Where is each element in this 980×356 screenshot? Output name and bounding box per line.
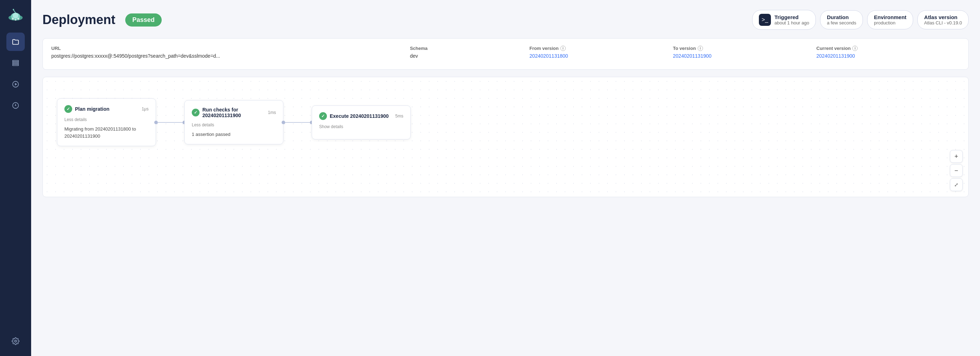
status-badge: Passed [125,13,162,27]
info-table-header: URL postgres://postgres:xxxxx@:54950/pos… [51,46,960,59]
step-toggle-checks[interactable]: Less details [192,122,276,127]
from-version-info-icon[interactable]: i [560,46,566,51]
svg-point-18 [282,121,285,124]
svg-point-3 [12,18,14,20]
svg-rect-9 [13,62,19,64]
flow-inner: ✓ Plan migration 1μs Less details Migrat… [43,77,968,160]
step-node-checks-title: ✓ Run checks for 20240201131900 [192,107,241,118]
step-node-execute: ✓ Execute 20240201131900 5ms Show detail… [312,105,411,140]
svg-point-4 [18,18,19,20]
info-table: URL postgres://postgres:xxxxx@:54950/pos… [43,38,969,70]
page-title: Deployment [43,13,115,27]
meta-pill-atlas-version: Atlas version Atlas CLI - v0.19.0 [917,10,969,29]
step-node-plan: ✓ Plan migration 1μs Less details Migrat… [57,99,156,146]
step-body-plan: Migrating from 20240201131800 to 2024020… [64,126,149,140]
from-version-value[interactable]: 20240201131800 [530,53,673,59]
svg-marker-14 [15,104,17,106]
sidebar-item-settings[interactable] [6,332,25,350]
schema-column: Schema dev [410,46,530,59]
atlas-version-value: Atlas CLI - v0.19.0 [924,20,962,25]
sidebar-item-list[interactable] [6,54,25,72]
from-version-label: From version i [530,46,673,51]
meta-pills: >_ Triggered about 1 hour ago Duration a… [752,10,969,30]
to-version-column: To version i 20240201131900 [673,46,816,59]
url-label: URL [51,46,410,51]
zoom-fit-button[interactable]: ⤢ [950,178,963,191]
sidebar-item-compass[interactable] [6,96,25,114]
step-duration-checks: 1ms [268,110,276,115]
step-node-execute-title: ✓ Execute 20240201131900 [319,112,389,120]
zoom-out-button[interactable]: − [950,164,963,177]
step-node-plan-title: ✓ Plan migration [64,105,109,113]
connector-1-svg [156,115,185,130]
step-duration-execute: 5ms [395,114,403,119]
current-version-column: Current version i 20240201131900 [816,46,960,59]
logo [6,6,25,25]
connector-2-svg [283,115,312,130]
sidebar-item-play[interactable] [6,75,25,94]
main-content: Deployment Passed >_ Triggered about 1 h… [31,0,980,356]
terminal-icon: >_ [759,14,771,26]
connector-2 [283,115,312,130]
sidebar [0,0,31,356]
url-column: URL postgres://postgres:xxxxx@:54950/pos… [51,46,410,59]
to-version-info-icon[interactable]: i [698,46,703,51]
current-version-info-icon[interactable]: i [852,46,858,51]
svg-marker-12 [15,83,17,85]
step-node-execute-header: ✓ Execute 20240201131900 5ms [319,112,403,120]
atlas-version-label: Atlas version [924,14,962,20]
duration-label: Duration [827,14,856,20]
url-value: postgres://postgres:xxxxx@:54950/postgre… [51,53,410,59]
from-version-column: From version i 20240201131800 [530,46,673,59]
svg-line-6 [13,10,16,13]
schema-label: Schema [410,46,530,51]
schema-value: dev [410,53,530,59]
svg-point-7 [13,9,14,10]
sidebar-item-folder[interactable] [6,33,25,51]
triggered-value: about 1 hour ago [775,20,809,25]
meta-pill-triggered: >_ Triggered about 1 hour ago [752,10,816,30]
zoom-in-button[interactable]: + [950,150,963,163]
step-toggle-plan[interactable]: Less details [64,117,149,122]
step-toggle-execute[interactable]: Show details [319,124,403,129]
duration-value: a few seconds [827,20,856,25]
environment-label: Environment [874,14,907,20]
nodes-container: ✓ Plan migration 1μs Less details Migrat… [57,99,954,146]
svg-rect-8 [13,60,19,62]
step-node-checks: ✓ Run checks for 20240201131900 1ms Less… [185,100,283,145]
svg-point-5 [15,19,17,21]
page-header: Deployment Passed >_ Triggered about 1 h… [43,10,969,30]
step-node-plan-header: ✓ Plan migration 1μs [64,105,149,113]
environment-value: production [874,20,907,25]
svg-point-2 [13,13,18,18]
step-check-execute: ✓ [319,112,327,120]
svg-point-15 [14,340,17,342]
zoom-controls: + − ⤢ [950,150,963,191]
to-version-label: To version i [673,46,816,51]
current-version-value[interactable]: 20240201131900 [816,53,960,59]
triggered-label: Triggered [775,14,809,20]
svg-rect-10 [13,64,19,66]
step-duration-plan: 1μs [142,106,149,111]
step-body-checks: 1 assertion passed [192,131,276,138]
svg-point-16 [154,121,158,124]
current-version-label: Current version i [816,46,960,51]
step-check-plan: ✓ [64,105,72,113]
step-check-checks: ✓ [192,109,199,116]
connector-1 [156,115,185,130]
flow-canvas: ✓ Plan migration 1μs Less details Migrat… [43,77,969,197]
meta-pill-duration: Duration a few seconds [820,10,863,29]
step-node-checks-header: ✓ Run checks for 20240201131900 1ms [192,107,276,118]
meta-pill-environment: Environment production [867,10,913,29]
to-version-value[interactable]: 20240201131900 [673,53,816,59]
